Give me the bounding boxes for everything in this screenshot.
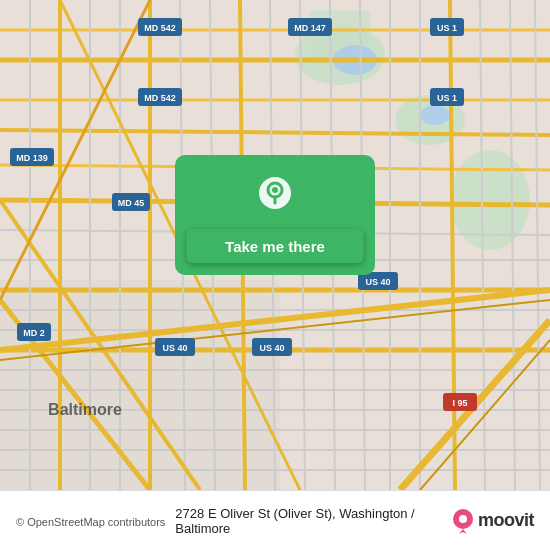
svg-point-81	[459, 515, 467, 523]
copyright: © OpenStreetMap contributors	[16, 512, 165, 530]
svg-text:MD 542: MD 542	[144, 23, 176, 33]
svg-text:US 40: US 40	[365, 277, 390, 287]
svg-text:MD 2: MD 2	[23, 328, 45, 338]
svg-text:I 95: I 95	[452, 398, 467, 408]
svg-text:Baltimore: Baltimore	[48, 401, 122, 418]
svg-text:US 1: US 1	[437, 93, 457, 103]
svg-point-6	[420, 105, 450, 125]
bottom-bar: © OpenStreetMap contributors 2728 E Oliv…	[0, 490, 550, 550]
button-label: Take me there	[225, 238, 325, 255]
svg-text:MD 542: MD 542	[144, 93, 176, 103]
svg-text:US 40: US 40	[259, 343, 284, 353]
svg-text:MD 45: MD 45	[118, 198, 145, 208]
map-pin	[257, 175, 293, 211]
moovit-logo: moovit	[452, 508, 534, 534]
svg-text:US 40: US 40	[162, 343, 187, 353]
address-text: 2728 E Oliver St (Oliver St), Washington…	[175, 506, 442, 536]
svg-point-79	[272, 187, 278, 193]
svg-text:MD 139: MD 139	[16, 153, 48, 163]
moovit-text: moovit	[478, 510, 534, 531]
moovit-pin-icon	[452, 508, 474, 534]
svg-text:MD 147: MD 147	[294, 23, 326, 33]
map-container: MD 139 MD 542 MD 542 MD 147 US 1 US 1 MD…	[0, 0, 550, 490]
svg-text:US 1: US 1	[437, 23, 457, 33]
take-me-there-button[interactable]: Take me there	[187, 229, 364, 263]
attribution-text: © OpenStreetMap contributors	[16, 516, 165, 528]
svg-rect-7	[0, 280, 280, 490]
